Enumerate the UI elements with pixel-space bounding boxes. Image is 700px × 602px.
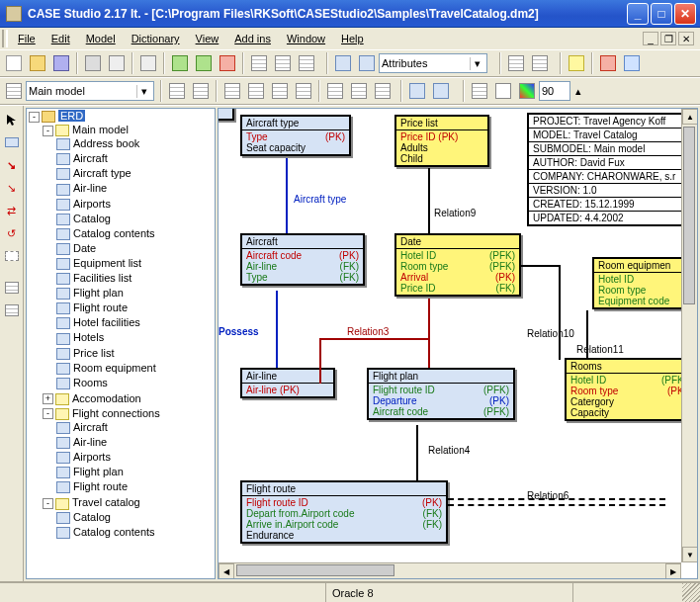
menu-addins[interactable]: Add ins xyxy=(226,31,279,46)
menu-window[interactable]: Window xyxy=(279,31,333,46)
scroll-right-button[interactable]: ▶ xyxy=(665,563,681,579)
toggle-shadow-button[interactable] xyxy=(469,80,490,102)
tree-item[interactable]: Catalog xyxy=(73,511,111,523)
find-button[interactable] xyxy=(137,52,159,74)
align-right-button[interactable] xyxy=(245,80,267,102)
entity-aircraft[interactable]: Aircraft Aircraft code(PK)Air-line(FK)Ty… xyxy=(240,233,365,286)
preview-button[interactable] xyxy=(106,52,128,74)
pointer-tool[interactable] xyxy=(2,110,22,129)
tree-item[interactable]: Price list xyxy=(73,347,115,359)
tree-item[interactable]: Hotels xyxy=(73,331,104,343)
entity-tool[interactable] xyxy=(2,132,22,152)
scroll-up-button[interactable]: ▲ xyxy=(682,109,698,125)
tree-item[interactable]: Catalog xyxy=(73,213,111,224)
tree-item[interactable]: Catalog contents xyxy=(73,526,155,538)
tree-item[interactable]: Facilities list xyxy=(73,272,131,284)
tool-b-button[interactable] xyxy=(272,52,294,74)
tree-item[interactable]: Catalog contents xyxy=(73,227,155,239)
mdi-minimize-button[interactable]: _ xyxy=(643,32,658,45)
tree-item[interactable]: Aircraft xyxy=(73,152,108,164)
entity-clipped[interactable] xyxy=(219,109,234,121)
options-button[interactable] xyxy=(597,52,619,74)
menu-view[interactable]: View xyxy=(188,31,227,46)
menu-edit[interactable]: Edit xyxy=(44,31,78,46)
mdi-close-button[interactable]: ✕ xyxy=(678,32,694,45)
tree-item[interactable]: Room equipment xyxy=(73,362,156,374)
resize-grip-icon[interactable] xyxy=(682,583,700,602)
tree-item[interactable]: Flight plan xyxy=(73,287,124,299)
align-top-button[interactable] xyxy=(269,80,291,102)
open-button[interactable] xyxy=(27,52,48,74)
maximize-button[interactable]: □ xyxy=(651,3,672,25)
tree-item[interactable]: Flight route xyxy=(73,301,128,313)
view-b-button[interactable] xyxy=(430,80,452,102)
minimize-button[interactable]: _ xyxy=(627,3,649,25)
zoom-input[interactable] xyxy=(539,81,570,101)
size-b-button[interactable] xyxy=(348,80,370,102)
tree-item[interactable]: Address book xyxy=(73,137,139,149)
tree-item[interactable]: Air-line xyxy=(73,182,107,194)
font-button[interactable] xyxy=(492,80,514,102)
help-button[interactable] xyxy=(621,52,643,74)
submodel-button[interactable] xyxy=(3,80,25,102)
scroll-left-button[interactable]: ◀ xyxy=(219,563,234,579)
layout-a-button[interactable] xyxy=(166,80,188,102)
tree-item[interactable]: Aircraft type xyxy=(73,167,131,179)
diagram-area[interactable]: PROJECT: Travel Agency Koff MODEL: Trave… xyxy=(218,108,698,579)
tool-a-button[interactable] xyxy=(248,52,270,74)
tree-item[interactable]: Airports xyxy=(73,198,111,210)
tree-item[interactable]: Air-line xyxy=(73,436,107,448)
collapse-icon[interactable]: - xyxy=(43,498,53,509)
collapse-icon[interactable]: - xyxy=(29,112,40,123)
display-a-button[interactable] xyxy=(332,52,354,74)
entity-room-equipment[interactable]: Room equipmen Hotel IDRoom typeEquipment… xyxy=(592,257,681,309)
tree-item[interactable]: Aircraft xyxy=(73,421,108,433)
collapse-icon[interactable]: - xyxy=(43,126,53,136)
tree-item[interactable]: Flight route xyxy=(73,480,128,492)
verify-button[interactable] xyxy=(217,52,238,74)
entity-flight-route[interactable]: Flight route Flight route ID(PK)Depart f… xyxy=(240,480,448,544)
vertical-scrollbar[interactable]: ▲ ▼ xyxy=(681,109,697,562)
size-c-button[interactable] xyxy=(372,80,394,102)
tool-c-button[interactable] xyxy=(296,52,317,74)
relation-ident-tool[interactable]: ↘ xyxy=(2,155,22,175)
print-button[interactable] xyxy=(82,52,104,74)
relation-nonident-tool[interactable]: ↘ xyxy=(2,178,22,198)
model-tree[interactable]: -ERD -Main model Address bookAircraftAir… xyxy=(26,108,216,579)
stamp-tool[interactable] xyxy=(2,301,22,320)
entity-date[interactable]: Date Hotel ID(PFK)Room type(PFK)Arrival(… xyxy=(394,233,521,297)
align-b-button[interactable] xyxy=(529,52,551,74)
relation-mn-tool[interactable]: ⇄ xyxy=(2,201,22,220)
colors-button[interactable] xyxy=(516,80,538,102)
view-a-button[interactable] xyxy=(406,80,428,102)
submodel-combo[interactable]: Main model ▾ xyxy=(26,81,154,101)
entity-rooms[interactable]: Rooms Hotel ID(PFK)Room type(PK)Catergor… xyxy=(565,358,681,421)
save-button[interactable] xyxy=(50,52,72,74)
menu-dictionary[interactable]: Dictionary xyxy=(124,31,188,46)
tree-item[interactable]: Airports xyxy=(73,451,111,463)
align-a-button[interactable] xyxy=(505,52,527,74)
align-left-button[interactable] xyxy=(221,80,243,102)
menu-model[interactable]: Model xyxy=(78,31,124,46)
new-button[interactable] xyxy=(3,52,25,74)
tree-main-model[interactable]: Main model xyxy=(72,124,129,135)
group-tool[interactable] xyxy=(2,278,22,298)
tree-accomodation[interactable]: Accomodation xyxy=(72,392,141,404)
entity-price-list[interactable]: Price list Price ID (PK)AdultsChild xyxy=(394,115,489,167)
relation-self-tool[interactable]: ↺ xyxy=(2,223,22,243)
text-tool[interactable] xyxy=(2,246,22,266)
compare-button[interactable] xyxy=(566,52,587,74)
tree-travel-catalog[interactable]: Travel catalog xyxy=(72,496,140,508)
horizontal-scrollbar[interactable]: ◀ ▶ xyxy=(219,562,681,578)
tree-root[interactable]: ERD xyxy=(58,110,85,122)
entity-flight-plan[interactable]: Flight plan Flight route ID(PFK)Departur… xyxy=(367,368,515,420)
tree-item[interactable]: Flight plan xyxy=(73,466,124,477)
attributes-combo[interactable]: Attributes ▾ xyxy=(379,53,487,73)
scroll-down-button[interactable]: ▼ xyxy=(682,547,698,562)
display-b-button[interactable] xyxy=(356,52,378,74)
entity-aircraft-type[interactable]: Aircraft type Type(PK)Seat capacity xyxy=(240,115,351,156)
tree-item[interactable]: Date xyxy=(73,242,96,254)
report-button[interactable] xyxy=(193,52,215,74)
tree-item[interactable]: Equipment list xyxy=(73,257,141,269)
tree-item[interactable]: Hotel facilities xyxy=(73,316,140,328)
